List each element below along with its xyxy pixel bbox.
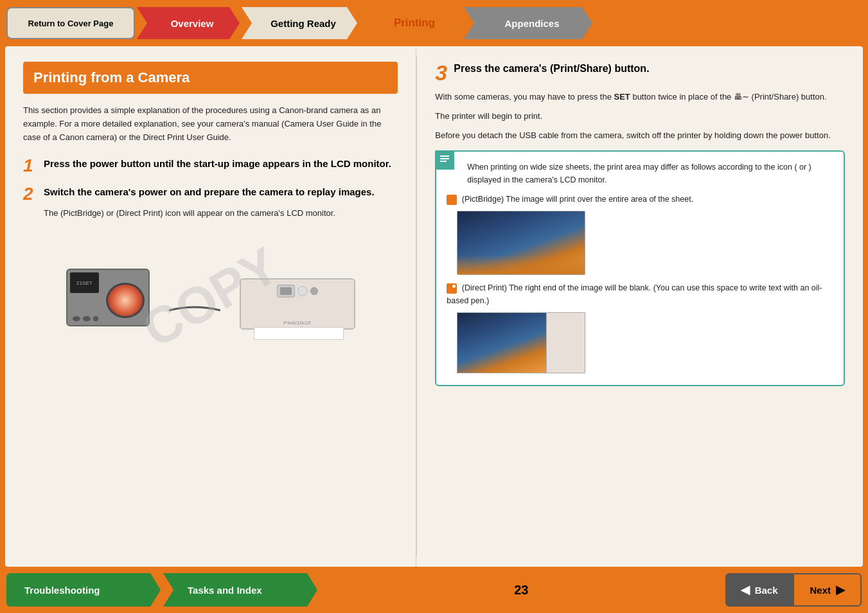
page-number: 23 xyxy=(317,583,725,598)
svg-rect-2 xyxy=(440,161,447,162)
tasks-label: Tasks and Index xyxy=(188,585,262,596)
next-label: Next xyxy=(810,585,831,596)
step-3-number: 3 xyxy=(435,62,447,84)
step-1-header: 1 Press the power button until the start… xyxy=(23,157,398,175)
right-panel: 3 Press the camera's (Print/Share) butto… xyxy=(417,46,863,567)
troubleshooting-button[interactable]: Troubleshooting xyxy=(6,573,161,607)
back-button[interactable]: ◀ Back xyxy=(725,573,793,607)
note-intro-text: When printing on wide size sheets, the p… xyxy=(467,161,833,186)
note-icon xyxy=(435,150,454,170)
troubleshooting-label: Troubleshooting xyxy=(24,585,100,596)
intro-text: This section provides a simple explanati… xyxy=(23,104,398,144)
svg-rect-0 xyxy=(440,155,449,157)
left-panel: Printing from a Camera This section prov… xyxy=(5,46,416,567)
step-2-body: The (PictBridge) or (Direct Print) icon … xyxy=(44,207,398,220)
step-1-title: Press the power button until the start-u… xyxy=(44,157,391,170)
step-2-number: 2 xyxy=(23,185,37,203)
bottom-navigation: Troubleshooting Tasks and Index 23 ◀ Bac… xyxy=(0,567,868,613)
step-3-body-3: Before you detach the USB cable from the… xyxy=(435,129,845,143)
overview-nav-button[interactable]: Overview xyxy=(137,7,240,39)
return-to-cover-button[interactable]: Return to Cover Page xyxy=(6,7,135,39)
step-3-body-2: The printer will begin to print. xyxy=(435,109,845,123)
top-navigation: Return to Cover Page Overview Getting Re… xyxy=(0,0,868,46)
step-3-title: Press the camera's (Print/Share) button. xyxy=(454,62,649,76)
return-label: Return to Cover Page xyxy=(28,19,114,28)
note-box: When printing on wide size sheets, the p… xyxy=(435,150,845,386)
getting-ready-nav-button[interactable]: Getting Ready xyxy=(242,7,357,39)
back-arrow-icon: ◀ xyxy=(741,583,750,597)
step-3-header: 3 Press the camera's (Print/Share) butto… xyxy=(435,62,845,84)
section-title: Printing from a Camera xyxy=(23,62,398,94)
svg-rect-1 xyxy=(440,158,449,159)
next-button[interactable]: Next ▶ xyxy=(793,573,862,607)
step-3-body-1: With some cameras, you may have to press… xyxy=(435,90,845,104)
usb-cable-icon xyxy=(169,301,220,320)
step-2: 2 Switch the camera's power on and prepa… xyxy=(23,185,398,220)
pictbridge-photo-thumbnail xyxy=(457,211,585,275)
printing-label: Printing xyxy=(394,17,435,30)
getting-ready-label: Getting Ready xyxy=(270,18,336,29)
tasks-and-index-button[interactable]: Tasks and Index xyxy=(163,573,317,607)
appendices-label: Appendices xyxy=(504,18,559,29)
printing-nav-button[interactable]: Printing xyxy=(359,7,462,39)
step-1-number: 1 xyxy=(23,157,37,175)
pictbridge-note: (PictBridge) The image will print over t… xyxy=(447,193,833,206)
overview-label: Overview xyxy=(171,18,214,29)
step-2-title: Switch the camera's power on and prepare… xyxy=(44,185,375,199)
directprint-note: (Direct Print) The right end of the imag… xyxy=(447,281,833,307)
camera-illustration: Z1SET xyxy=(23,233,398,362)
main-content-area: Printing from a Camera This section prov… xyxy=(5,46,863,567)
step-2-header: 2 Switch the camera's power on and prepa… xyxy=(23,185,398,203)
directprint-photo-thumbnail xyxy=(457,312,585,373)
appendices-nav-button[interactable]: Appendices xyxy=(464,7,592,39)
back-label: Back xyxy=(755,585,778,596)
next-arrow-icon: ▶ xyxy=(836,583,845,597)
step-1: 1 Press the power button until the start… xyxy=(23,157,398,175)
